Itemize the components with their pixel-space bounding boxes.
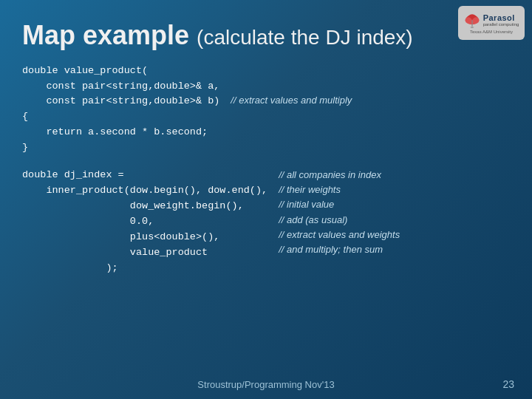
code-dj-6: value_product (22, 245, 267, 261)
comment-multiply-sum: // and multiply; then sum (279, 242, 510, 257)
comment-col-1: // extract values and multiply (219, 64, 510, 153)
parasol-icon (464, 13, 480, 29)
code-line-6: } (22, 140, 219, 156)
comment-add: // add (as usual) (279, 213, 510, 228)
logo-brand: Parasol (483, 13, 515, 22)
code-dj-7: ); (22, 261, 267, 276)
slide-title: Map example (calculate the DJ index) (22, 21, 510, 50)
code-line-2: const pair<string,double>& a, (22, 79, 219, 95)
comment-empty-3 (231, 108, 510, 123)
comment-their-weights: // their weights (279, 183, 510, 197)
logo-box: Parasol parallel computing Texas A&M Uni… (458, 6, 525, 40)
code-dj-1: double dj_index = (22, 168, 267, 183)
comment-empty-6 (279, 257, 510, 272)
code-line-4: { (22, 109, 219, 125)
code-dj-4: 0.0, (22, 214, 267, 230)
comment-empty-5 (231, 137, 510, 152)
code-line-3: const pair<string,double>& b) (22, 94, 219, 109)
code-col-1: double value_product( const pair<string,… (22, 64, 219, 157)
code-section-2: double dj_index = inner_product(dow.begi… (22, 168, 510, 276)
code-dj-5: plus<double>(), (22, 230, 267, 245)
code-col-2: double dj_index = inner_product(dow.begi… (22, 168, 267, 276)
code-line-5: return a.second * b.second; (22, 125, 219, 140)
code-section-1: double value_product( const pair<string,… (22, 64, 510, 157)
comment-initial-value: // initial value (279, 197, 510, 212)
comment-col-2: // all companies in index // their weigh… (267, 168, 510, 272)
code-dj-3: dow_weight.begin(), (22, 199, 267, 214)
comment-empty-1 (231, 64, 510, 78)
comment-empty-4 (231, 123, 510, 137)
comment-extract-vals: // extract values and weights (279, 228, 510, 242)
page-number: 23 (502, 378, 514, 390)
footer-text: Stroustrup/Programming Nov'13 (197, 379, 334, 390)
logo-sub1: parallel computing (483, 22, 519, 27)
slide: Parasol parallel computing Texas A&M Uni… (0, 0, 532, 399)
code-line-1: double value_product( (22, 64, 219, 79)
comment-empty-2 (231, 78, 510, 93)
title-subtitle: (calculate the DJ index) (197, 26, 413, 49)
comment-extract: // extract values and multiply (231, 93, 510, 108)
title-main: Map example (calculate the DJ index) (22, 20, 413, 50)
logo-university: Texas A&M University (470, 30, 513, 34)
logo-area: Parasol parallel computing Texas A&M Uni… (458, 6, 525, 43)
code-dj-2: inner_product(dow.begin(), dow.end(), (22, 183, 267, 199)
comment-all-companies: // all companies in index (279, 168, 510, 183)
title-main-text: Map example (22, 20, 189, 50)
footer: Stroustrup/Programming Nov'13 (0, 379, 532, 390)
